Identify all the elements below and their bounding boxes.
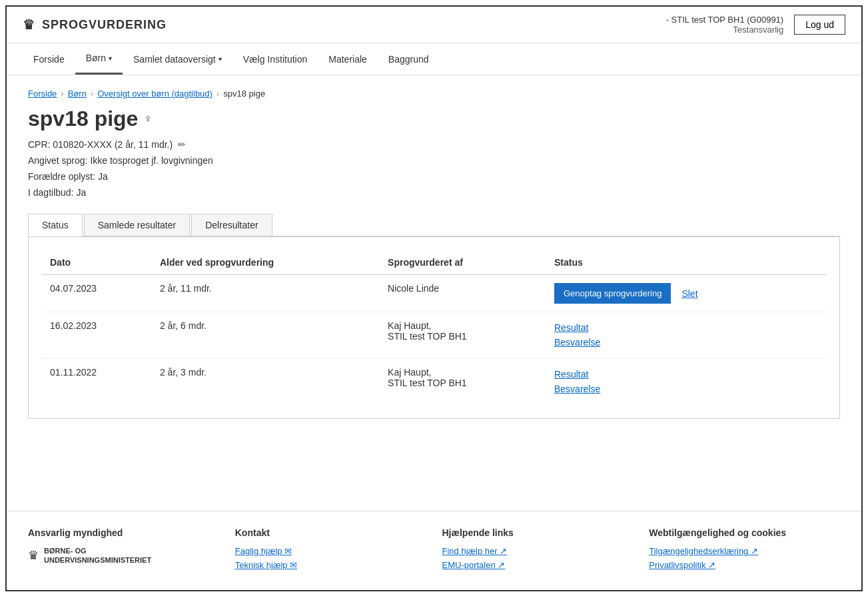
besvarelse-link[interactable]: Besvarelse [554, 335, 818, 350]
tab-delresultater[interactable]: Delresultater [191, 214, 272, 236]
cell-assessor: Nicole Linde [380, 275, 546, 312]
header-info: - STIL test TOP BH1 (G00991) Testansvarl… [666, 15, 784, 35]
footer-link-privatliv[interactable]: Privatlivspolitik ↗ [649, 560, 840, 570]
besvarelse-link[interactable]: Besvarelse [554, 382, 818, 396]
nav: Forside Børn ▾ Samlet dataoversigt ▾ Væl… [7, 43, 861, 75]
nav-vaelg-institution[interactable]: Vælg Institution [232, 45, 318, 74]
tab-status[interactable]: Status [28, 214, 83, 236]
cell-date: 04.07.2023 [42, 275, 152, 312]
breadcrumb-sep-1: › [61, 89, 63, 99]
breadcrumb-born[interactable]: Børn [68, 89, 87, 99]
footer-heading-tilgaengelighed: Webtilgængelighed og cookies [649, 527, 840, 538]
nav-materiale[interactable]: Materiale [318, 45, 378, 74]
chevron-down-icon: ▾ [218, 55, 222, 63]
footer-grid: Ansvarlig myndighed ♛ BØRNE- OG UNDERVIS… [28, 527, 840, 574]
breadcrumb-sep-3: › [217, 89, 219, 99]
breadcrumb-forside[interactable]: Forside [28, 89, 57, 99]
breadcrumb-oversigt[interactable]: Oversigt over børn (dagtilbud) [97, 89, 213, 99]
table-row: 04.07.20232 år, 11 mdr.Nicole LindeGenop… [42, 275, 826, 312]
chevron-down-icon: ▾ [109, 55, 112, 62]
status-cell: Genoptag sprogvurderingSlet [554, 283, 818, 304]
footer-col-myndighed: Ansvarlig myndighed ♛ BØRNE- OG UNDERVIS… [28, 527, 219, 574]
cpr-text: CPR: 010820-XXXX (2 år, 11 mdr.) [28, 139, 173, 150]
logout-button[interactable]: Log ud [794, 15, 845, 35]
parent-info: Forældre oplyst: Ja [28, 171, 840, 182]
crown-icon: ♛ [23, 17, 35, 33]
institution-name: - STIL test TOP BH1 (G00991) [666, 15, 784, 25]
delete-link[interactable]: Slet [681, 288, 697, 299]
footer-heading-myndighed: Ansvarlig myndighed [28, 527, 219, 538]
footer-heading-hjaelpende: Hjælpende links [442, 527, 634, 538]
footer-heading-kontakt: Kontakt [235, 527, 426, 538]
footer-col-hjaelpende: Hjælpende links Find hjælp her ↗ EMU-por… [442, 527, 634, 574]
edit-icon[interactable]: ✏ [178, 139, 186, 150]
footer-link-faglig-hjaelp[interactable]: Faglig hjælp ✉ [235, 546, 426, 556]
cell-age: 2 år, 3 mdr. [152, 358, 380, 404]
header: ♛ SPROGVURDERING - STIL test TOP BH1 (G0… [7, 7, 861, 43]
breadcrumb-current: spv18 pige [223, 89, 265, 99]
footer-link-teknisk-hjaelp[interactable]: Teknisk hjælp ✉ [235, 560, 426, 570]
breadcrumb: Forside › Børn › Oversigt over børn (dag… [28, 89, 840, 99]
cell-date: 01.11.2022 [42, 358, 152, 404]
page-title: spv18 pige ♀ [28, 107, 840, 131]
col-assessor: Sprogvurderet af [380, 250, 546, 275]
cell-assessor: Kaj Haupt,STIL test TOP BH1 [380, 312, 546, 359]
gender-icon: ♀ [143, 112, 153, 126]
cell-date: 16.02.2023 [42, 312, 152, 359]
footer-logo: ♛ BØRNE- OG UNDERVISNINGSMINISTERIET [28, 546, 219, 565]
user-role: Testansvarlig [666, 25, 784, 35]
cell-age: 2 år, 11 mdr. [152, 275, 380, 312]
tab-samlede-resultater[interactable]: Samlede resultater [84, 214, 191, 236]
breadcrumb-sep-2: › [91, 89, 93, 99]
table-row: 01.11.20222 år, 3 mdr.Kaj Haupt,STIL tes… [42, 358, 826, 404]
cpr-info: CPR: 010820-XXXX (2 år, 11 mdr.) ✏ [28, 139, 840, 150]
assessments-table: Dato Alder ved sprogvurdering Sprogvurde… [42, 250, 826, 405]
footer-crown-icon: ♛ [28, 548, 39, 563]
logo: ♛ SPROGVURDERING [23, 17, 167, 33]
header-right: - STIL test TOP BH1 (G00991) Testansvarl… [666, 15, 845, 35]
cell-assessor: Kaj Haupt,STIL test TOP BH1 [380, 358, 546, 404]
footer-link-tilgaengelighed[interactable]: Tilgængelighedserklæring ↗ [649, 546, 840, 556]
result-link[interactable]: Resultat [554, 367, 818, 382]
language-info: Angivet sprog: Ikke tosproget jf. lovgiv… [28, 155, 840, 166]
result-link[interactable]: Resultat [554, 320, 818, 335]
footer-col-tilgaengelighed: Webtilgængelighed og cookies Tilgængelig… [649, 527, 840, 574]
cell-status: ResultatBesvarelse [546, 312, 826, 359]
col-status: Status [546, 250, 826, 275]
footer-logo-line1: BØRNE- OG [44, 546, 151, 555]
footer-link-emu[interactable]: EMU-portalen ↗ [442, 560, 634, 570]
footer-link-find-hjaelp[interactable]: Find hjælp her ↗ [442, 546, 634, 556]
nav-samlet[interactable]: Samlet dataoversigt ▾ [123, 45, 232, 74]
status-table-container: Dato Alder ved sprogvurdering Sprogvurde… [28, 236, 840, 419]
cell-status: Genoptag sprogvurderingSlet [546, 275, 826, 312]
footer-col-kontakt: Kontakt Faglig hjælp ✉ Teknisk hjælp ✉ [235, 527, 426, 574]
footer: Ansvarlig myndighed ♛ BØRNE- OG UNDERVIS… [7, 511, 861, 590]
footer-logo-line2: UNDERVISNINGSMINISTERIET [44, 555, 151, 565]
cell-age: 2 år, 6 mdr. [152, 312, 380, 359]
genoptag-button[interactable]: Genoptag sprogvurdering [554, 283, 671, 304]
table-row: 16.02.20232 år, 6 mdr.Kaj Haupt,STIL tes… [42, 312, 826, 359]
main-content: Forside › Børn › Oversigt over børn (dag… [7, 75, 861, 511]
nav-forside[interactable]: Forside [23, 45, 75, 74]
table-header-row: Dato Alder ved sprogvurdering Sprogvurde… [42, 250, 826, 275]
col-date: Dato [42, 250, 152, 275]
tab-bar: Status Samlede resultater Delresultater [28, 214, 840, 236]
nav-born[interactable]: Børn ▾ [75, 43, 123, 75]
nav-baggrund[interactable]: Baggrund [378, 45, 440, 74]
cell-status: ResultatBesvarelse [546, 358, 826, 404]
logo-text: SPROGVURDERING [42, 18, 167, 32]
col-age: Alder ved sprogvurdering [152, 250, 380, 275]
dagtilbud-info: I dagtilbud: Ja [28, 187, 840, 198]
child-name: spv18 pige [28, 107, 138, 131]
